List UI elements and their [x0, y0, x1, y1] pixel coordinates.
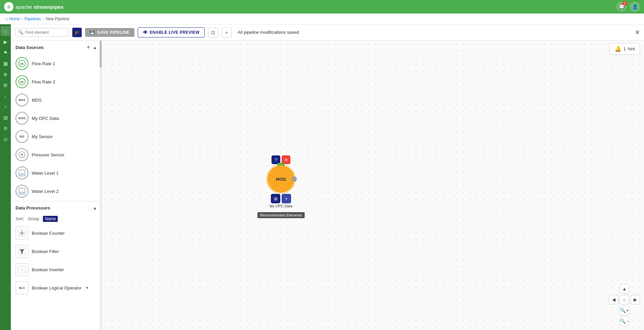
logo-text: apache streampipes: [16, 4, 63, 10]
sort-name-link[interactable]: Name: [43, 216, 58, 222]
data-processors-header: Data Processors ▲: [11, 202, 102, 214]
svg-marker-14: [20, 249, 24, 254]
list-item[interactable]: Pressure Sensor: [11, 146, 102, 164]
source-name: My Sensor: [32, 134, 53, 139]
breadcrumb-current: New Pipeline: [46, 17, 69, 21]
processor-icon: BLO: [16, 281, 28, 294]
canvas-node[interactable]: ? ✕ ✓ MOD ⊞ + My OPC Data: [267, 155, 294, 208]
add-button[interactable]: +: [222, 27, 232, 37]
search-box[interactable]: 🔍: [15, 28, 69, 36]
list-item[interactable]: Boolean Filter: [11, 242, 102, 260]
enable-live-preview-button[interactable]: 👁 ENABLE LIVE PREVIEW: [138, 27, 205, 37]
bell-icon: 🔔: [615, 46, 621, 52]
expand-button[interactable]: ⊡: [208, 27, 218, 37]
list-item[interactable]: MDS MDS: [11, 91, 102, 109]
nav-flag[interactable]: ⚑: [1, 48, 10, 57]
zoom-right-button[interactable]: ▶: [630, 295, 640, 304]
left-panel: Data Sources + ▲ FR Flow Rate 1 FR Flow …: [11, 41, 102, 330]
svg-text:FR: FR: [20, 81, 23, 83]
search-input[interactable]: [25, 30, 66, 35]
nav-home[interactable]: ⌂: [1, 26, 10, 36]
processor-icon: ¬: [16, 263, 28, 276]
node-connect-button[interactable]: ⊞: [271, 194, 280, 203]
sort-group-link[interactable]: Group: [28, 217, 39, 221]
search-icon: 🔍: [18, 30, 23, 35]
nav-apps[interactable]: ⊞: [1, 80, 10, 90]
canvas-area[interactable]: ? ✕ ✓ MOD ⊞ + My OPC Data: [102, 41, 644, 330]
nav-settings[interactable]: ⚙: [1, 124, 10, 133]
zoom-out-button[interactable]: 🔍−: [620, 316, 629, 326]
processor-name: Boolean Inverter: [32, 267, 64, 272]
svg-text:FR: FR: [20, 63, 23, 65]
node-body[interactable]: MOD: [267, 166, 294, 193]
processor-icon: [16, 227, 28, 239]
add-source-button[interactable]: +: [87, 44, 91, 51]
svg-point-5: [21, 154, 23, 156]
collapse-processors-button[interactable]: ▲: [93, 206, 97, 210]
chat-button[interactable]: 💬 1: [616, 2, 626, 12]
close-button[interactable]: ✕: [635, 29, 640, 36]
nav-search[interactable]: ⊕: [1, 70, 10, 79]
node-connector[interactable]: [291, 176, 297, 182]
nav-fork[interactable]: ⑂: [1, 102, 10, 111]
breadcrumb-home[interactable]: Home: [9, 17, 20, 21]
processor-name: Boolean Logical Operator: [32, 285, 81, 290]
save-pipeline-button[interactable]: 💾 SAVE PIPELINE: [85, 28, 134, 37]
source-name: Flow Rate 2: [32, 79, 55, 84]
list-item[interactable]: ¬ Boolean Inverter: [11, 260, 102, 279]
list-item[interactable]: Water Level 1: [11, 164, 102, 182]
zoom-in-button[interactable]: 🔍+: [620, 306, 629, 315]
node-label: My OPC Data: [267, 204, 294, 208]
source-name: Water Level 1: [32, 171, 59, 176]
nav-download[interactable]: ↓: [1, 91, 10, 101]
avatar: MDS: [16, 94, 28, 106]
zoom-up-button[interactable]: ▲: [620, 284, 629, 294]
preview-icon: 👁: [143, 30, 148, 35]
zoom-left-button[interactable]: ◀: [609, 295, 618, 304]
processor-icon: [16, 245, 28, 258]
breadcrumb-pipelines[interactable]: Pipelines: [25, 17, 41, 21]
node-recommended-button[interactable]: +: [282, 194, 291, 203]
source-name: My OPC Data: [32, 116, 59, 121]
collapse-sources-button[interactable]: ▲: [93, 45, 97, 50]
processor-name: Boolean Filter: [32, 249, 59, 254]
svg-text:¬: ¬: [21, 268, 23, 272]
data-processors-label: Data Processors: [16, 205, 50, 210]
source-name: Pressure Sensor: [32, 152, 65, 157]
svg-rect-9: [20, 192, 24, 194]
logo-circle: S: [4, 2, 14, 11]
list-item[interactable]: FR Flow Rate 1: [11, 54, 102, 73]
nav-chart[interactable]: ▦: [1, 59, 10, 68]
avatar: [16, 167, 28, 179]
avatar: FR: [16, 57, 28, 70]
graduation-icon: 🎓: [72, 28, 82, 37]
hint-badge[interactable]: 🔔 1 hint: [610, 43, 640, 54]
source-name: Water Level 2: [32, 189, 59, 194]
saved-message: All pipeline modifications saved.: [238, 30, 300, 35]
zoom-home-button[interactable]: ⌂: [620, 295, 629, 304]
nav-user[interactable]: ◎: [1, 134, 10, 144]
list-item[interactable]: Boolean Counter: [11, 224, 102, 242]
main-layout: ⌂ ▶ ⚑ ▦ ⊕ ⊞ ↓ ⑂ ▤ ⚙ ◎ 🔍 🎓 💾 SAVE PIPELIN…: [0, 24, 644, 330]
avatar: [16, 148, 28, 161]
chat-badge: 1: [622, 1, 627, 6]
sort-row: Sort: Group | Name: [11, 214, 102, 224]
list-item[interactable]: MS My Sensor: [11, 127, 102, 146]
top-header: S apache streampipes 💬 1 👤: [0, 0, 644, 14]
list-item[interactable]: FR Flow Rate 2: [11, 73, 102, 91]
svg-rect-7: [20, 173, 24, 175]
save-icon: 💾: [90, 30, 95, 35]
list-item[interactable]: MOD My OPC Data: [11, 109, 102, 127]
content-area: Data Sources + ▲ FR Flow Rate 1 FR Flow …: [11, 41, 644, 330]
nav-play[interactable]: ▶: [1, 37, 10, 47]
home-icon: ⌂: [5, 17, 8, 21]
avatar: [16, 185, 28, 198]
data-sources-header: Data Sources + ▲: [11, 41, 102, 54]
sort-label: Sort:: [16, 217, 24, 221]
data-sources-actions: + ▲: [87, 44, 97, 51]
list-item[interactable]: BLO Boolean Logical Operator ▾: [11, 279, 102, 297]
list-item[interactable]: Water Level 2: [11, 182, 102, 200]
account-button[interactable]: 👤: [630, 2, 640, 12]
data-sources-label: Data Sources: [16, 45, 44, 50]
nav-book[interactable]: ▤: [1, 113, 10, 122]
